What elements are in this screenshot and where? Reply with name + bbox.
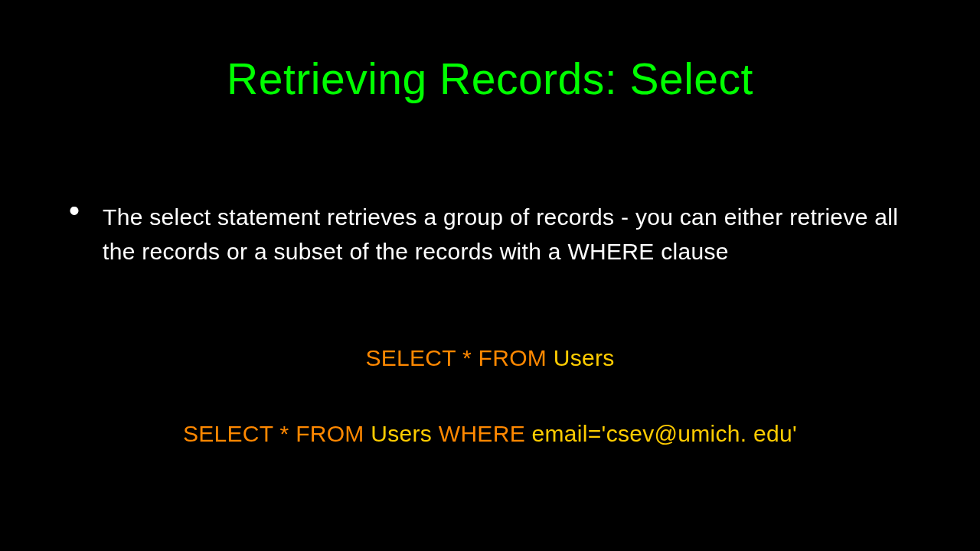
sql-condition: email='csev@umich. edu': [532, 421, 797, 446]
sql-keyword: SELECT * FROM: [183, 421, 371, 446]
bullet-text: The select statement retrieves a group o…: [103, 200, 911, 269]
sql-keyword: WHERE: [439, 421, 532, 446]
sql-table: Users: [554, 345, 615, 370]
code-example-2: SELECT * FROM Users WHERE email='csev@um…: [69, 371, 911, 447]
slide-container: Retrieving Records: Select • The select …: [0, 0, 980, 551]
bullet-marker: •: [69, 195, 80, 226]
code-example-1: SELECT * FROM Users: [69, 345, 911, 371]
sql-keyword: SELECT * FROM: [365, 345, 553, 370]
code-section: SELECT * FROM Users SELECT * FROM Users …: [69, 269, 911, 447]
bullet-item: • The select statement retrieves a group…: [69, 200, 911, 269]
slide-content: • The select statement retrieves a group…: [0, 104, 980, 447]
slide-title: Retrieving Records: Select: [0, 0, 980, 104]
sql-table: Users: [371, 421, 438, 446]
